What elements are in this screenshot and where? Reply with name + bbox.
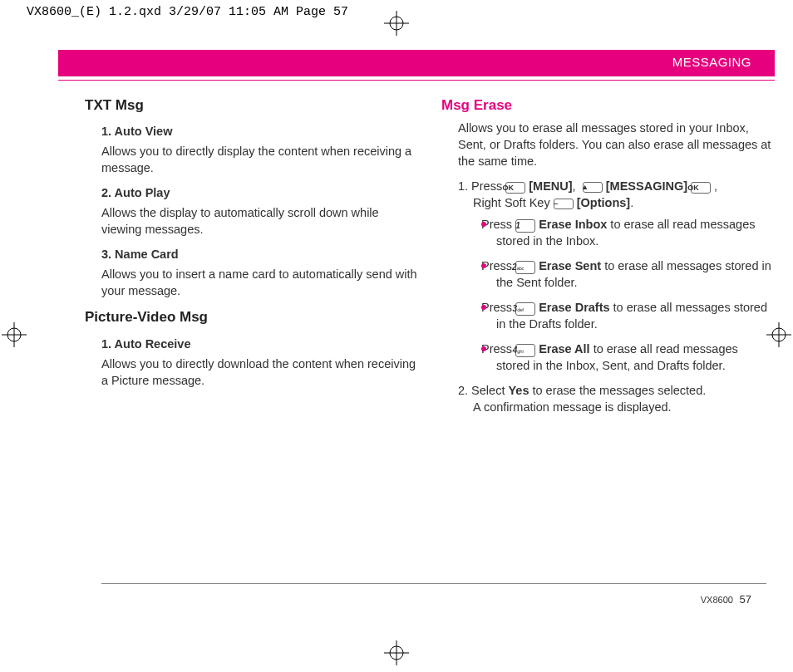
right-column: Msg Erase Allows you to erase all messag…: [458, 96, 775, 424]
options-label: [Options]: [577, 196, 630, 209]
left-column: TXT Msg 1. Auto View Allows you to direc…: [101, 96, 418, 424]
auto-play-desc: Allows the display to automatically scro…: [101, 204, 418, 238]
page-number: 57: [740, 593, 751, 606]
model-label: VX8600: [701, 595, 733, 605]
up-key-icon: ▲: [583, 182, 603, 193]
erase-inbox-item: Press 1 Erase Inbox to erase all read me…: [481, 216, 775, 249]
banner-label: MESSAGING: [672, 55, 751, 69]
crop-header: VX8600_(E) 1.2.qxd 3/29/07 11:05 AM Page…: [27, 5, 348, 19]
erase-drafts-label: Erase Drafts: [539, 301, 609, 314]
step-2: 2. Select Yes to erase the messages sele…: [458, 382, 775, 415]
step1-prefix: 1. Press: [458, 179, 505, 193]
content-columns: TXT Msg 1. Auto View Allows you to direc…: [58, 96, 775, 424]
erase-all-label: Erase All: [539, 342, 590, 356]
softkey-icon: –: [554, 199, 574, 209]
auto-play-heading: 2. Auto Play: [101, 184, 418, 201]
key-4-icon: 4ghi: [515, 344, 535, 357]
page: MESSAGING TXT Msg 1. Auto View Allows yo…: [58, 50, 775, 630]
auto-view-heading: 1. Auto View: [101, 123, 418, 140]
key-3-icon: 3def: [515, 302, 535, 316]
key-1-icon: 1: [515, 219, 535, 233]
registration-top: [384, 11, 409, 36]
name-card-heading: 3. Name Card: [101, 246, 418, 262]
key-2-icon: 2abc: [515, 261, 535, 274]
auto-receive-desc: Allows you to directly download the cont…: [101, 356, 418, 389]
txt-msg-heading: TXT Msg: [85, 96, 418, 115]
erase-inbox-label: Erase Inbox: [539, 218, 607, 231]
erase-all-item: Press 4ghi Erase All to erase all read m…: [481, 341, 775, 374]
menu-label: [MENU]: [529, 179, 572, 193]
softkey-line: Right Soft Key: [473, 196, 554, 209]
messaging-label: [MESSAGING]: [606, 179, 691, 193]
page-footer: VX8600 57: [701, 593, 751, 606]
msg-erase-heading: Msg Erase: [441, 96, 775, 115]
registration-left: [2, 322, 27, 347]
step-1: 1. Press OK [MENU], ▲ [MESSAGING] OK , R…: [458, 178, 775, 374]
yes-label: Yes: [508, 384, 529, 397]
ok-key-icon: OK: [505, 182, 525, 194]
erase-sent-label: Erase Sent: [539, 259, 601, 272]
banner-rule: [58, 80, 775, 81]
ok-key-icon-2: OK: [691, 182, 711, 194]
section-banner: MESSAGING: [58, 50, 775, 76]
auto-view-desc: Allows you to directly display the conte…: [101, 143, 418, 176]
registration-bottom: [384, 640, 409, 665]
footer-rule: [101, 583, 766, 584]
name-card-desc: Allows you to insert a name card to auto…: [101, 266, 418, 299]
erase-sent-item: Press 2abc Erase Sent to erase all messa…: [481, 258, 775, 291]
msg-erase-intro: Allows you to erase all messages stored …: [458, 120, 775, 169]
auto-receive-heading: 1. Auto Receive: [101, 336, 418, 352]
erase-drafts-item: Press 3def Erase Drafts to erase all mes…: [481, 299, 775, 332]
pic-video-heading: Picture-Video Msg: [85, 307, 418, 326]
